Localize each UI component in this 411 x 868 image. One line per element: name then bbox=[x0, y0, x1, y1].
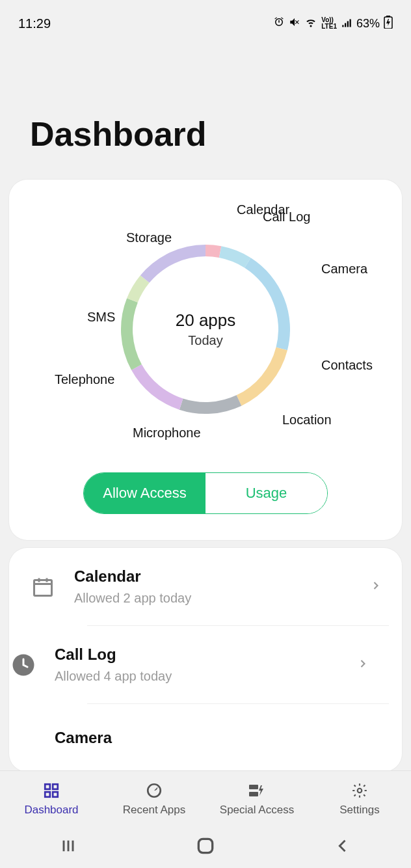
nav-label: Recent Apps bbox=[123, 804, 185, 817]
system-nav bbox=[0, 826, 411, 868]
list-item[interactable]: Camera bbox=[87, 703, 389, 770]
nav-label: Special Access bbox=[220, 804, 294, 817]
list-item[interactable]: Calendar Allowed 2 app today bbox=[9, 548, 402, 625]
clock-icon bbox=[9, 651, 38, 679]
item-text: Call Log Allowed 4 app today bbox=[55, 645, 339, 684]
svg-rect-7 bbox=[53, 792, 58, 797]
donut-slice-call-log bbox=[219, 246, 251, 267]
settings-icon bbox=[351, 781, 369, 800]
battery-icon bbox=[384, 16, 393, 32]
item-sub: Allowed 4 app today bbox=[55, 669, 339, 684]
slice-label-sms: SMS bbox=[87, 310, 115, 325]
slice-label-telephone: Telephone bbox=[55, 372, 114, 387]
permissions-list: Calendar Allowed 2 app today Call Log Al… bbox=[9, 548, 402, 770]
chevron-right-icon bbox=[356, 657, 369, 673]
battery-text: 63% bbox=[356, 17, 380, 31]
signal-icon bbox=[341, 16, 352, 31]
donut-slice-storage bbox=[140, 245, 206, 283]
svg-rect-12 bbox=[198, 839, 212, 852]
usage-button[interactable]: Usage bbox=[206, 473, 327, 513]
special-icon bbox=[248, 781, 266, 800]
donut-slice-contacts bbox=[237, 347, 287, 406]
wifi-icon bbox=[304, 16, 317, 31]
donut-subtitle: Today bbox=[176, 333, 236, 348]
nav-recent-apps[interactable]: Recent Apps bbox=[103, 771, 206, 826]
back-button[interactable] bbox=[334, 837, 352, 858]
slice-label-storage: Storage bbox=[126, 230, 172, 245]
status-bar: 11:29 Vo))LTE1 63% bbox=[0, 0, 411, 36]
nav-dashboard[interactable]: Dashboard bbox=[0, 771, 103, 826]
svg-rect-2 bbox=[34, 580, 52, 595]
donut-chart: 20 apps Today CalendarCall LogCameraCont… bbox=[22, 199, 389, 459]
nav-label: Settings bbox=[339, 804, 379, 817]
page-title: Dashboard bbox=[0, 36, 411, 180]
chevron-right-icon bbox=[369, 579, 382, 595]
home-button[interactable] bbox=[195, 835, 216, 859]
item-title: Calendar bbox=[74, 567, 352, 586]
item-title: Camera bbox=[55, 729, 369, 747]
recents-button[interactable] bbox=[59, 837, 77, 858]
status-time: 11:29 bbox=[18, 16, 51, 31]
slice-label-location: Location bbox=[282, 413, 332, 427]
svg-rect-4 bbox=[45, 784, 50, 789]
donut-slice-calendar bbox=[206, 245, 221, 258]
alarm-icon bbox=[273, 16, 285, 31]
status-indicators: Vo))LTE1 63% bbox=[273, 16, 393, 32]
svg-rect-10 bbox=[249, 792, 258, 796]
donut-slice-microphone bbox=[131, 364, 183, 410]
slice-label-contacts: Contacts bbox=[321, 358, 373, 373]
item-text: Calendar Allowed 2 app today bbox=[74, 567, 352, 606]
donut-title: 20 apps bbox=[176, 310, 236, 331]
list-item[interactable]: Call Log Allowed 4 app today bbox=[87, 625, 389, 703]
nav-settings[interactable]: Settings bbox=[308, 771, 411, 826]
permissions-chart-card: 20 apps Today CalendarCall LogCameraCont… bbox=[9, 180, 402, 540]
slice-label-camera: Camera bbox=[321, 262, 367, 277]
svg-rect-6 bbox=[45, 792, 50, 797]
allow-access-button[interactable]: Allow Access bbox=[84, 473, 206, 513]
donut-slice-telephone bbox=[121, 298, 142, 370]
access-toggle: Allow Access Usage bbox=[83, 472, 328, 514]
svg-rect-9 bbox=[249, 785, 258, 789]
donut-center: 20 apps Today bbox=[176, 310, 236, 348]
dashboard-icon bbox=[42, 781, 60, 800]
slice-label-call-log: Call Log bbox=[263, 210, 310, 224]
recent-icon bbox=[145, 781, 163, 800]
slice-label-microphone: Microphone bbox=[133, 426, 201, 441]
donut-slice-location bbox=[179, 395, 242, 414]
item-text: Camera bbox=[55, 729, 369, 747]
calendar-icon bbox=[29, 573, 57, 601]
nav-label: Dashboard bbox=[24, 804, 78, 817]
nav-special-access[interactable]: Special Access bbox=[206, 771, 308, 826]
donut-slice-camera bbox=[245, 258, 290, 350]
mute-icon bbox=[289, 16, 300, 31]
camera-icon bbox=[9, 724, 38, 752]
item-sub: Allowed 2 app today bbox=[74, 591, 352, 606]
item-title: Call Log bbox=[55, 645, 339, 664]
svg-point-11 bbox=[358, 788, 362, 793]
svg-rect-1 bbox=[386, 16, 390, 17]
bottom-nav: Dashboard Recent Apps Special Access Set… bbox=[0, 770, 411, 826]
svg-rect-5 bbox=[53, 784, 58, 789]
lte-icon: Vo))LTE1 bbox=[321, 17, 337, 30]
